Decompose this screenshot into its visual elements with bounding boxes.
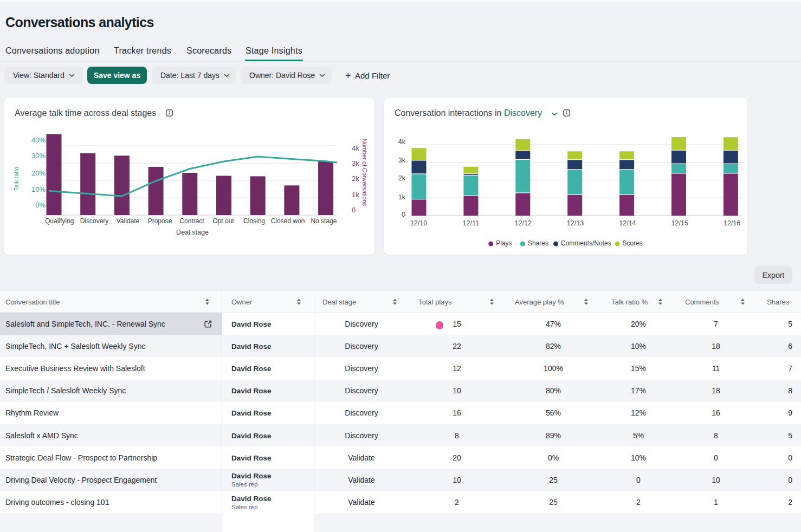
svg-text:12/15: 12/15 [671, 219, 688, 227]
svg-text:Closing: Closing [243, 217, 265, 225]
svg-text:10%: 10% [31, 185, 46, 193]
svg-text:Number of Conversations: Number of Conversations [361, 139, 368, 206]
svg-text:Plays: Plays [496, 239, 512, 247]
svg-text:Scores: Scores [623, 239, 643, 247]
svg-text:0: 0 [402, 211, 405, 218]
svg-text:12/13: 12/13 [567, 219, 584, 227]
svg-text:4k: 4k [398, 138, 406, 146]
svg-text:Talk ratio: Talk ratio [13, 167, 20, 191]
svg-text:Propose: Propose [148, 217, 172, 225]
svg-text:Validate: Validate [117, 217, 140, 225]
svg-text:Comments/Notes: Comments/Notes [561, 239, 611, 247]
svg-text:3k: 3k [352, 159, 359, 167]
svg-text:12/11: 12/11 [463, 219, 479, 227]
svg-text:Opt out: Opt out [212, 217, 234, 225]
svg-text:12/16: 12/16 [724, 219, 740, 227]
svg-text:12/12: 12/12 [515, 219, 532, 227]
svg-text:30%: 30% [31, 152, 46, 160]
svg-text:4k: 4k [352, 144, 359, 152]
svg-text:0: 0 [352, 206, 356, 214]
svg-text:12/10: 12/10 [410, 219, 427, 227]
svg-text:Deal stage: Deal stage [176, 229, 209, 236]
svg-text:Discovery: Discovery [80, 217, 109, 225]
svg-text:Closed won: Closed won [271, 217, 305, 225]
svg-text:40%: 40% [31, 136, 46, 144]
svg-text:0%: 0% [35, 201, 46, 209]
svg-text:2k: 2k [352, 174, 359, 183]
svg-text:3k: 3k [398, 157, 406, 164]
svg-text:1k: 1k [398, 193, 406, 201]
svg-text:Shares: Shares [528, 239, 548, 247]
svg-text:1k: 1k [352, 191, 359, 199]
svg-text:No stage: No stage [311, 217, 337, 225]
svg-text:Qualifying: Qualifying [45, 217, 74, 225]
svg-text:2k: 2k [398, 174, 406, 182]
svg-text:20%: 20% [31, 169, 46, 177]
svg-text:12/14: 12/14 [619, 219, 636, 227]
svg-text:Contract: Contract [179, 217, 204, 225]
